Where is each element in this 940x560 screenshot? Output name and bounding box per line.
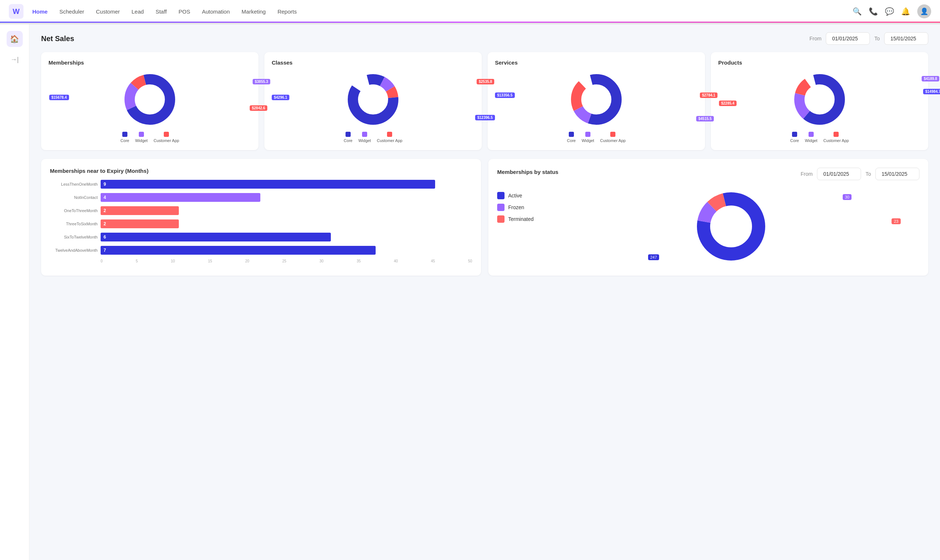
core-dot xyxy=(122,132,128,137)
frozen-label: Frozen xyxy=(508,205,524,210)
svg-point-8 xyxy=(358,85,388,114)
by-status-to-label: To xyxy=(866,171,871,177)
status-donut-svg xyxy=(691,186,772,267)
bar-value-2: 2 xyxy=(101,208,106,213)
nav-lead[interactable]: Lead xyxy=(131,7,143,16)
services-widget-dot xyxy=(585,132,590,137)
products-widget-label: Widget xyxy=(805,138,817,143)
products-app-badge: $2285.4 xyxy=(719,100,737,106)
bar-fill-2: 2 xyxy=(101,206,179,215)
classes-core-badge: $4296.1 xyxy=(272,95,289,100)
products-core-badge: $14984.7 xyxy=(923,89,940,94)
phone-icon[interactable]: 📞 xyxy=(869,7,878,16)
bar-row-0: LessThenOneMonth 9 xyxy=(50,180,472,189)
axis-labels: 0 5 10 15 20 25 30 35 40 45 50 xyxy=(50,259,472,263)
logo-icon[interactable]: W xyxy=(9,4,23,19)
services-title: Services xyxy=(495,60,698,66)
nav-home[interactable]: Home xyxy=(32,7,48,16)
bar-value-1: 4 xyxy=(101,195,106,200)
by-status-date-range: From 01/01/2025 To 15/01/2025 xyxy=(801,168,920,180)
search-icon[interactable]: 🔍 xyxy=(853,7,861,16)
bar-label-0: LessThenOneMonth xyxy=(50,182,98,186)
services-core-label: Core xyxy=(567,138,576,143)
classes-donut: $4296.1 $2535.8 $12396.5 xyxy=(272,70,475,129)
memberships-app-badge: $2842.6 xyxy=(250,105,267,111)
notification-icon[interactable]: 🔔 xyxy=(901,7,910,16)
cards-grid: Memberships $15678.4 xyxy=(41,52,928,150)
by-status-card: Memberships by status From 01/01/2025 To… xyxy=(488,159,928,275)
to-date-input[interactable]: 15/01/2025 xyxy=(884,32,928,45)
core-label: Core xyxy=(120,138,129,143)
bar-row-2: OneToThreeMonth 2 xyxy=(50,206,472,215)
status-terminated: Terminated xyxy=(497,215,533,223)
by-status-to-date[interactable]: 15/01/2025 xyxy=(875,168,920,180)
services-card: Services $13356.5 $2784.1 xyxy=(488,52,705,150)
bar-track-0: 9 xyxy=(101,180,472,189)
bottom-grid: Memberships near to Expiry (Months) Less… xyxy=(41,159,928,275)
bar-row-1: NotInContact 4 xyxy=(50,193,472,202)
app-dot xyxy=(164,132,169,137)
services-widget-label: Widget xyxy=(582,138,594,143)
nav-pos[interactable]: POS xyxy=(179,7,190,16)
services-donut: $13356.5 $2784.1 $4515.5 xyxy=(495,70,698,129)
nav-marketing[interactable]: Marketing xyxy=(242,7,266,16)
products-legend-widget: Widget xyxy=(805,132,817,143)
axis-15: 15 xyxy=(208,259,212,263)
classes-title: Classes xyxy=(272,60,475,66)
by-status-title: Memberships by status xyxy=(497,169,558,175)
memberships-title: Memberships xyxy=(48,60,251,66)
axis-20: 20 xyxy=(245,259,249,263)
bar-value-4: 6 xyxy=(101,234,106,240)
services-core-badge: $13356.5 xyxy=(495,92,515,98)
classes-widget-badge: $2535.8 xyxy=(477,79,494,85)
svg-point-20 xyxy=(711,206,751,247)
classes-legend: Core Widget Customer App xyxy=(272,132,475,143)
axis-10: 10 xyxy=(171,259,175,263)
by-status-inner: Active Frozen Terminated xyxy=(497,186,920,267)
net-sales-header: Net Sales From 01/01/2025 To 15/01/2025 xyxy=(41,32,928,45)
by-status-from-date[interactable]: 01/01/2025 xyxy=(817,168,861,180)
products-core-label: Core xyxy=(790,138,799,143)
classes-widget-dot xyxy=(362,132,367,137)
bar-label-3: ThreeToSixMonth xyxy=(50,222,98,226)
legend-core: Core xyxy=(120,132,129,143)
nav-staff[interactable]: Staff xyxy=(156,7,167,16)
bar-track-3: 2 xyxy=(101,220,472,228)
nav-customer[interactable]: Customer xyxy=(96,7,120,16)
widget-label: Widget xyxy=(135,138,148,143)
services-legend-core: Core xyxy=(567,132,576,143)
status-legend: Active Frozen Terminated xyxy=(497,192,533,223)
nav-automation[interactable]: Automation xyxy=(202,7,230,16)
nav-reports[interactable]: Reports xyxy=(277,7,297,16)
expiry-bar-chart: LessThenOneMonth 9 NotInContact 4 xyxy=(50,180,472,255)
memberships-widget-badge: $3855.3 xyxy=(253,79,270,85)
classes-app-dot xyxy=(387,132,392,137)
from-date-input[interactable]: 01/01/2025 xyxy=(826,32,870,45)
bar-track-2: 2 xyxy=(101,206,472,215)
classes-core-dot xyxy=(345,132,351,137)
services-widget-badge: $2784.1 xyxy=(700,92,718,98)
nav-scheduler[interactable]: Scheduler xyxy=(60,7,85,16)
status-terminated-badge: 23 xyxy=(892,218,900,224)
axis-30: 30 xyxy=(319,259,324,263)
whatsapp-icon[interactable]: 💬 xyxy=(885,7,894,16)
status-frozen: Frozen xyxy=(497,204,533,211)
axis-0: 0 xyxy=(101,259,103,263)
sidebar-collapse-icon[interactable]: →| xyxy=(10,56,19,63)
legend-customer-app: Customer App xyxy=(154,132,179,143)
by-status-from-label: From xyxy=(801,171,813,177)
avatar[interactable]: 👤 xyxy=(917,5,931,18)
status-active: Active xyxy=(497,192,533,199)
bar-value-3: 2 xyxy=(101,221,106,226)
products-app-label: Customer App xyxy=(823,138,849,143)
bar-fill-4: 6 xyxy=(101,233,331,242)
bar-fill-5: 7 xyxy=(101,246,376,255)
nav-links: Home Scheduler Customer Lead Staff POS A… xyxy=(32,7,853,16)
legend-widget: Widget xyxy=(135,132,148,143)
classes-legend-core: Core xyxy=(344,132,353,143)
products-widget-dot xyxy=(809,132,814,137)
sidebar-home-icon[interactable]: 🏠 xyxy=(7,31,23,47)
active-dot xyxy=(497,192,504,199)
nav-actions: 🔍 📞 💬 🔔 👤 xyxy=(853,5,931,18)
bar-track-4: 6 xyxy=(101,233,472,242)
